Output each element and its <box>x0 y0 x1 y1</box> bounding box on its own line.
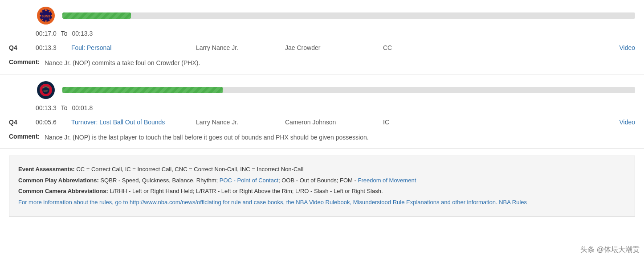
progress-bar-bg-2 <box>62 87 635 93</box>
event-type-2: Turnover: Lost Ball Out of Bounds <box>71 119 196 126</box>
event-video-1[interactable]: Video <box>419 44 635 51</box>
event-quarter-1: Q4 <box>9 44 36 51</box>
comment-text-1: Nance Jr. (NOP) commits a take foul on C… <box>45 58 200 68</box>
clock-start-1: 00:17.0 <box>36 30 57 37</box>
pelicans-logo: NOP <box>36 80 56 100</box>
event-assessments-text: CC = Correct Call, IC = Incorrect Call, … <box>75 166 304 173</box>
event-assessments-label: Event Assessments: <box>18 166 75 173</box>
video-link-1[interactable]: Video <box>619 44 635 51</box>
more-info-row: For more information about the rules, go… <box>18 197 626 208</box>
nba-rules-link[interactable]: NBA Rules <box>499 199 527 206</box>
event-time-2: 00:05.6 <box>36 119 71 126</box>
event-time-1: 00:13.3 <box>36 44 71 51</box>
clock-end-2: 00:01.8 <box>72 104 93 111</box>
event-code-1: CC <box>383 44 419 51</box>
to-label-2: To <box>61 104 68 111</box>
event-video-2[interactable]: Video <box>419 119 635 126</box>
event-player1-1: Larry Nance Jr. <box>196 44 285 51</box>
progress-bar-fill-2 <box>62 87 223 93</box>
video-link-2[interactable]: Video <box>619 119 635 126</box>
event-code-2: IC <box>383 119 419 126</box>
event-type-1: Foul: Personal <box>71 44 196 51</box>
more-info-link[interactable]: For more information about the rules, go… <box>18 199 497 206</box>
event-player2-1: Jae Crowder <box>285 44 383 51</box>
poc-link[interactable]: POC - Point of Contact <box>220 177 278 184</box>
event-row-2: Q4 00:05.6 Turnover: Lost Ball Out of Bo… <box>9 114 635 130</box>
event-player2-2: Cameron Johnson <box>285 119 383 126</box>
comment-row-1: Comment: Nance Jr. (NOP) commits a take … <box>9 56 635 74</box>
play-abbreviations-text1: SQBR - Speed, Quickness, Balance, Rhythm… <box>99 177 416 184</box>
legend-box: Event Assessments: CC = Correct Call, IC… <box>9 156 635 217</box>
progress-bar-row-2: NOP <box>9 74 635 102</box>
camera-abbreviations-text: L/RHH - Left or Right Hand Held; L/RATR … <box>108 188 383 194</box>
event-quarter-2: Q4 <box>9 119 36 126</box>
camera-abbreviations-row: Common Camera Abbreviations: L/RHH - Lef… <box>18 186 626 197</box>
progress-bar-fill-1 <box>62 12 131 19</box>
comment-label-2: Comment: <box>9 133 45 140</box>
fom-link[interactable]: Freedom of Movement <box>358 177 416 184</box>
play-row-1: SUNS 00:17.0 To 00:13.3 Q4 00:13.3 Foul:… <box>0 0 644 74</box>
event-row-1: Q4 00:13.3 Foul: Personal Larry Nance Jr… <box>9 40 635 56</box>
svg-text:NOP: NOP <box>43 90 49 92</box>
svg-text:SUNS: SUNS <box>41 15 50 18</box>
comment-label-1: Comment: <box>9 58 45 66</box>
clock-end-1: 00:13.3 <box>72 30 93 37</box>
play-abbreviations-row: Common Play Abbreviations: SQBR - Speed,… <box>18 175 626 186</box>
progress-bar-row-1: SUNS <box>9 0 635 27</box>
clock-start-2: 00:13.3 <box>36 104 57 111</box>
play-abbreviations-label: Common Play Abbreviations: <box>18 177 99 184</box>
suns-logo: SUNS <box>36 5 56 25</box>
to-label-1: To <box>61 30 68 37</box>
comment-text-2: Nance Jr. (NOP) is the last player to to… <box>45 133 369 142</box>
camera-abbreviations-label: Common Camera Abbreviations: <box>18 188 108 194</box>
play-row-2: NOP 00:13.3 To 00:01.8 Q4 00:05.6 Turnov… <box>0 74 644 149</box>
comment-row-2: Comment: Nance Jr. (NOP) is the last pla… <box>9 130 635 148</box>
progress-bar-bg-1 <box>62 12 635 19</box>
clock-row-2: 00:13.3 To 00:01.8 <box>9 102 635 114</box>
event-assessments-row: Event Assessments: CC = Correct Call, IC… <box>18 164 626 175</box>
more-info-text: For more information about the rules, go… <box>18 199 527 206</box>
event-player1-2: Larry Nance Jr. <box>196 119 285 126</box>
clock-row-1: 00:17.0 To 00:13.3 <box>9 27 635 40</box>
